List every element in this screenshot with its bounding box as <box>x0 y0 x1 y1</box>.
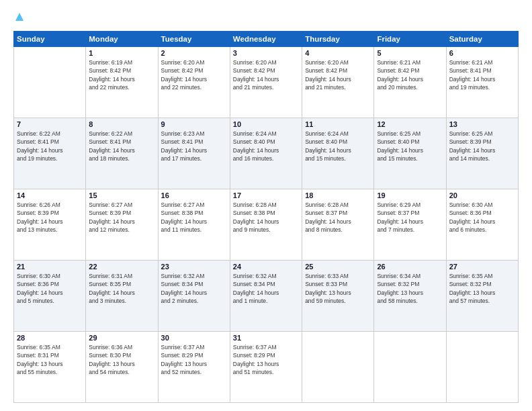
day-number: 5 <box>377 49 443 57</box>
calendar-cell: 25Sunrise: 6:33 AM Sunset: 8:33 PM Dayli… <box>302 261 374 332</box>
day-number: 21 <box>17 263 83 271</box>
day-number: 26 <box>377 263 443 271</box>
col-header-saturday: Saturday <box>446 32 518 47</box>
col-header-monday: Monday <box>86 32 158 47</box>
day-info: Sunrise: 6:31 AM Sunset: 8:35 PM Dayligh… <box>89 272 154 305</box>
day-number: 10 <box>233 120 299 128</box>
day-info: Sunrise: 6:23 AM Sunset: 8:41 PM Dayligh… <box>161 130 227 163</box>
calendar-cell <box>302 332 374 403</box>
day-number: 27 <box>449 263 515 271</box>
calendar-cell: 17Sunrise: 6:28 AM Sunset: 8:38 PM Dayli… <box>230 189 302 261</box>
day-number: 2 <box>161 49 227 57</box>
day-number: 1 <box>89 49 154 57</box>
day-number: 14 <box>17 191 83 199</box>
calendar-cell: 18Sunrise: 6:28 AM Sunset: 8:37 PM Dayli… <box>302 189 374 261</box>
day-info: Sunrise: 6:21 AM Sunset: 8:41 PM Dayligh… <box>449 58 515 91</box>
day-number: 6 <box>449 49 515 57</box>
day-number: 4 <box>305 49 371 57</box>
calendar-cell: 19Sunrise: 6:29 AM Sunset: 8:37 PM Dayli… <box>374 189 446 261</box>
day-info: Sunrise: 6:37 AM Sunset: 8:29 PM Dayligh… <box>161 343 227 376</box>
day-number: 17 <box>233 191 299 199</box>
calendar-cell: 9Sunrise: 6:23 AM Sunset: 8:41 PM Daylig… <box>158 118 230 189</box>
calendar-cell: 14Sunrise: 6:26 AM Sunset: 8:39 PM Dayli… <box>14 189 86 261</box>
calendar-cell: 21Sunrise: 6:30 AM Sunset: 8:36 PM Dayli… <box>14 261 86 332</box>
day-number: 20 <box>449 191 515 199</box>
day-info: Sunrise: 6:34 AM Sunset: 8:32 PM Dayligh… <box>377 272 443 305</box>
day-info: Sunrise: 6:37 AM Sunset: 8:29 PM Dayligh… <box>233 343 299 376</box>
day-number: 18 <box>305 191 371 199</box>
day-number: 28 <box>17 334 83 342</box>
day-info: Sunrise: 6:36 AM Sunset: 8:30 PM Dayligh… <box>89 343 154 376</box>
col-header-sunday: Sunday <box>14 32 86 47</box>
calendar-cell: 5Sunrise: 6:21 AM Sunset: 8:42 PM Daylig… <box>374 47 446 118</box>
day-info: Sunrise: 6:24 AM Sunset: 8:40 PM Dayligh… <box>233 130 299 163</box>
day-info: Sunrise: 6:22 AM Sunset: 8:41 PM Dayligh… <box>89 130 154 163</box>
col-header-friday: Friday <box>374 32 446 47</box>
day-info: Sunrise: 6:33 AM Sunset: 8:33 PM Dayligh… <box>305 272 371 305</box>
logo-text <box>13 12 24 24</box>
logo-icon <box>15 12 24 24</box>
calendar-cell: 7Sunrise: 6:22 AM Sunset: 8:41 PM Daylig… <box>14 118 86 189</box>
calendar-cell: 10Sunrise: 6:24 AM Sunset: 8:40 PM Dayli… <box>230 118 302 189</box>
calendar-header-row: SundayMondayTuesdayWednesdayThursdayFrid… <box>14 32 519 47</box>
calendar-table: SundayMondayTuesdayWednesdayThursdayFrid… <box>13 31 519 403</box>
calendar-cell: 11Sunrise: 6:24 AM Sunset: 8:40 PM Dayli… <box>302 118 374 189</box>
day-number: 19 <box>377 191 443 199</box>
day-number: 22 <box>89 263 154 271</box>
header <box>13 12 519 24</box>
calendar-cell <box>374 332 446 403</box>
calendar-cell: 29Sunrise: 6:36 AM Sunset: 8:30 PM Dayli… <box>86 332 158 403</box>
day-info: Sunrise: 6:32 AM Sunset: 8:34 PM Dayligh… <box>161 272 227 305</box>
calendar-cell: 3Sunrise: 6:20 AM Sunset: 8:42 PM Daylig… <box>230 47 302 118</box>
calendar-cell <box>14 47 86 118</box>
day-number: 7 <box>17 120 83 128</box>
calendar-cell: 6Sunrise: 6:21 AM Sunset: 8:41 PM Daylig… <box>446 47 518 118</box>
day-number: 9 <box>161 120 227 128</box>
calendar-cell: 16Sunrise: 6:27 AM Sunset: 8:38 PM Dayli… <box>158 189 230 261</box>
calendar-cell: 2Sunrise: 6:20 AM Sunset: 8:42 PM Daylig… <box>158 47 230 118</box>
day-number: 16 <box>161 191 227 199</box>
day-info: Sunrise: 6:20 AM Sunset: 8:42 PM Dayligh… <box>305 58 371 91</box>
calendar-cell: 31Sunrise: 6:37 AM Sunset: 8:29 PM Dayli… <box>230 332 302 403</box>
calendar-row-2: 7Sunrise: 6:22 AM Sunset: 8:41 PM Daylig… <box>14 118 519 189</box>
calendar-cell: 23Sunrise: 6:32 AM Sunset: 8:34 PM Dayli… <box>158 261 230 332</box>
day-number: 8 <box>89 120 154 128</box>
calendar-cell <box>446 332 518 403</box>
day-info: Sunrise: 6:35 AM Sunset: 8:31 PM Dayligh… <box>17 343 83 376</box>
logo <box>13 12 24 24</box>
day-info: Sunrise: 6:30 AM Sunset: 8:36 PM Dayligh… <box>449 201 515 234</box>
day-number: 13 <box>449 120 515 128</box>
day-info: Sunrise: 6:28 AM Sunset: 8:37 PM Dayligh… <box>305 201 371 234</box>
day-info: Sunrise: 6:21 AM Sunset: 8:42 PM Dayligh… <box>377 58 443 91</box>
calendar-cell: 4Sunrise: 6:20 AM Sunset: 8:42 PM Daylig… <box>302 47 374 118</box>
calendar-cell: 8Sunrise: 6:22 AM Sunset: 8:41 PM Daylig… <box>86 118 158 189</box>
calendar-row-1: 1Sunrise: 6:19 AM Sunset: 8:42 PM Daylig… <box>14 47 519 118</box>
calendar-cell: 24Sunrise: 6:32 AM Sunset: 8:34 PM Dayli… <box>230 261 302 332</box>
day-info: Sunrise: 6:25 AM Sunset: 8:40 PM Dayligh… <box>377 130 443 163</box>
day-number: 3 <box>233 49 299 57</box>
calendar-cell: 26Sunrise: 6:34 AM Sunset: 8:32 PM Dayli… <box>374 261 446 332</box>
svg-marker-0 <box>15 13 24 21</box>
day-number: 15 <box>89 191 154 199</box>
col-header-thursday: Thursday <box>302 32 374 47</box>
day-info: Sunrise: 6:27 AM Sunset: 8:39 PM Dayligh… <box>89 201 154 234</box>
day-info: Sunrise: 6:20 AM Sunset: 8:42 PM Dayligh… <box>233 58 299 91</box>
calendar-cell: 22Sunrise: 6:31 AM Sunset: 8:35 PM Dayli… <box>86 261 158 332</box>
day-info: Sunrise: 6:28 AM Sunset: 8:38 PM Dayligh… <box>233 201 299 234</box>
day-info: Sunrise: 6:19 AM Sunset: 8:42 PM Dayligh… <box>89 58 154 91</box>
day-number: 29 <box>89 334 154 342</box>
day-info: Sunrise: 6:27 AM Sunset: 8:38 PM Dayligh… <box>161 201 227 234</box>
col-header-tuesday: Tuesday <box>158 32 230 47</box>
calendar-cell: 20Sunrise: 6:30 AM Sunset: 8:36 PM Dayli… <box>446 189 518 261</box>
day-number: 12 <box>377 120 443 128</box>
day-info: Sunrise: 6:32 AM Sunset: 8:34 PM Dayligh… <box>233 272 299 305</box>
calendar-row-3: 14Sunrise: 6:26 AM Sunset: 8:39 PM Dayli… <box>14 189 519 261</box>
col-header-wednesday: Wednesday <box>230 32 302 47</box>
calendar-cell: 15Sunrise: 6:27 AM Sunset: 8:39 PM Dayli… <box>86 189 158 261</box>
calendar-row-5: 28Sunrise: 6:35 AM Sunset: 8:31 PM Dayli… <box>14 332 519 403</box>
calendar-cell: 30Sunrise: 6:37 AM Sunset: 8:29 PM Dayli… <box>158 332 230 403</box>
day-info: Sunrise: 6:22 AM Sunset: 8:41 PM Dayligh… <box>17 130 83 163</box>
calendar-cell: 28Sunrise: 6:35 AM Sunset: 8:31 PM Dayli… <box>14 332 86 403</box>
calendar-cell: 27Sunrise: 6:35 AM Sunset: 8:32 PM Dayli… <box>446 261 518 332</box>
day-number: 23 <box>161 263 227 271</box>
